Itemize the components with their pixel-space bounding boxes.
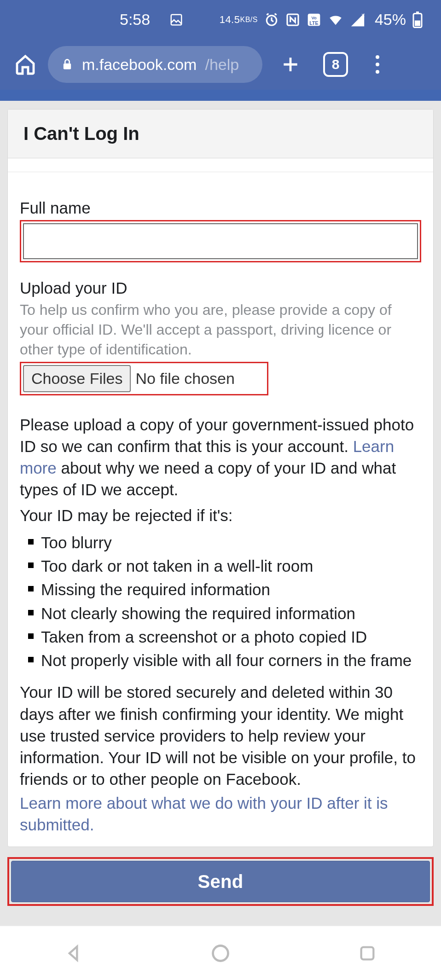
clock: 5:58 <box>120 11 150 29</box>
storage-paragraph: Your ID will be stored securely and dele… <box>20 681 421 790</box>
upload-field: Upload your ID To help us confirm who yo… <box>20 279 421 395</box>
wifi-icon <box>328 12 343 28</box>
battery-icon <box>412 12 423 28</box>
send-button[interactable]: Send <box>11 861 430 902</box>
tab-count: 8 <box>332 57 340 72</box>
file-status: No file chosen <box>135 370 234 388</box>
page-content: I Can't Log In Full name Upload your ID … <box>0 101 441 980</box>
system-nav-bar <box>0 926 441 980</box>
learn-more-id-link[interactable]: Learn more about what we do with your ID… <box>20 794 388 834</box>
battery-percentage: 45% <box>375 11 406 29</box>
list-item: Not clearly showing the required informa… <box>28 603 421 624</box>
home-nav-button[interactable] <box>208 940 233 966</box>
tab-switcher-button[interactable]: 8 <box>323 52 348 77</box>
svg-rect-9 <box>415 20 420 26</box>
url-path: /help <box>205 56 239 74</box>
fb-header-bar <box>0 90 441 101</box>
page-title: I Can't Log In <box>8 110 433 158</box>
nfc-icon <box>285 12 300 27</box>
svg-text:Vo: Vo <box>311 15 317 20</box>
svg-point-11 <box>213 945 228 961</box>
address-bar[interactable]: m.facebook.com/help <box>48 46 262 83</box>
cellular-icon: x <box>350 12 366 28</box>
svg-rect-0 <box>171 14 182 25</box>
list-item: Too blurry <box>28 532 421 553</box>
highlight-box: Send <box>7 857 434 906</box>
volte-icon: VoLTE <box>307 12 321 27</box>
back-button[interactable] <box>61 940 87 966</box>
upload-description: To help us confirm who you are, please p… <box>20 300 421 360</box>
recents-button[interactable] <box>354 940 380 966</box>
highlight-box: Choose Files No file chosen <box>20 362 268 395</box>
list-item: Too dark or not taken in a well-lit room <box>28 555 421 577</box>
browser-toolbar: m.facebook.com/help 8 <box>0 39 441 90</box>
home-button[interactable] <box>13 52 38 77</box>
reject-intro: Your ID may be rejected if it's: <box>20 504 421 526</box>
status-bar: 5:58 14.5 KB/S VoLTE x <box>0 0 441 39</box>
lock-icon <box>61 58 74 71</box>
list-item: Taken from a screenshot or a photo copie… <box>28 626 421 648</box>
list-item: Missing the required information <box>28 579 421 600</box>
svg-text:x: x <box>361 12 365 18</box>
highlight-box <box>20 220 421 262</box>
choose-files-button[interactable]: Choose Files <box>23 365 131 392</box>
fullname-label: Full name <box>20 199 421 217</box>
image-icon <box>169 13 183 27</box>
fullname-input[interactable] <box>23 223 418 259</box>
browser-chrome: 5:58 14.5 KB/S VoLTE x <box>0 0 441 90</box>
upload-label: Upload your ID <box>20 279 421 297</box>
url-host: m.facebook.com <box>82 56 197 74</box>
network-speed: 14.5 KB/S <box>220 15 258 25</box>
help-form-card: I Can't Log In Full name Upload your ID … <box>7 109 434 847</box>
svg-rect-10 <box>64 64 71 70</box>
fullname-field: Full name <box>20 199 421 262</box>
reject-reasons-list: Too blurry Too dark or not taken in a we… <box>20 532 421 672</box>
svg-text:LTE: LTE <box>309 20 318 25</box>
upload-instructions: Please upload a copy of your government-… <box>20 414 421 501</box>
alarm-icon <box>264 12 279 27</box>
status-icons: 14.5 KB/S VoLTE x 45% <box>220 11 423 29</box>
svg-rect-8 <box>416 12 419 14</box>
new-tab-button[interactable] <box>278 52 303 77</box>
svg-rect-12 <box>361 947 374 959</box>
list-item: Not properly visible with all four corne… <box>28 649 421 671</box>
overflow-menu-button[interactable] <box>368 52 387 77</box>
